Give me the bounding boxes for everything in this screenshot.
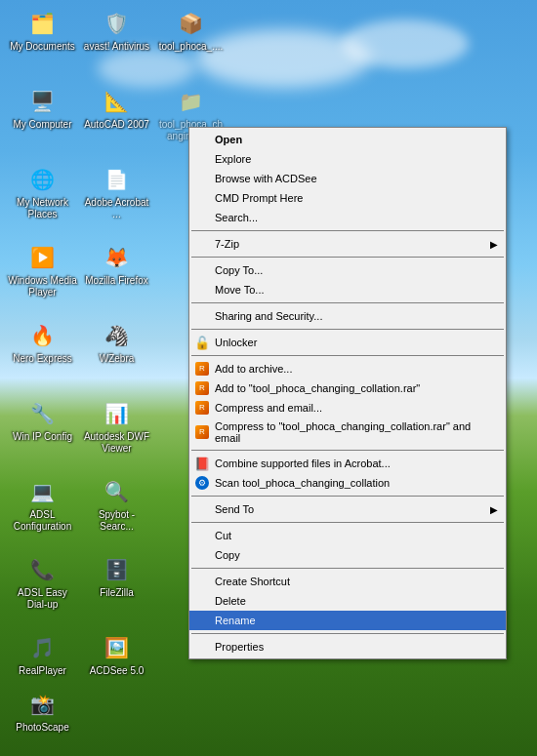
icon-my-computer[interactable]: 🖥️ My Computer <box>6 84 79 133</box>
scan-icon: ⚙ <box>193 474 211 492</box>
desktop-icons-area: 🗂️ My Documents 🛡️ avast! Antivirus 📦 to… <box>0 0 156 16</box>
icon-realplayer[interactable]: 🎵 RealPlayer <box>6 630 79 679</box>
menu-item-7zip[interactable]: 7-Zip ▶ <box>189 234 506 254</box>
menu-item-compress-rar-email[interactable]: R Compress to "tool_phoca_changing_colla… <box>189 418 506 447</box>
icon-network-places[interactable]: 🌐 My Network Places <box>6 162 79 222</box>
menu-item-explore[interactable]: Explore <box>189 149 506 169</box>
menu-item-add-to-rar[interactable]: R Add to "tool_phoca_changing_collation.… <box>189 378 506 398</box>
separator-10 <box>191 633 504 634</box>
icon-filezilla[interactable]: 🗄️ FileZilla <box>80 552 153 601</box>
context-menu: Open Explore Browse with ACDSee CMD Prom… <box>188 127 507 659</box>
separator-9 <box>191 568 504 569</box>
unlocker-icon: 🔓 <box>193 334 211 351</box>
menu-item-open[interactable]: Open <box>189 130 506 149</box>
rar-icon-4: R <box>193 423 211 441</box>
rar-icon-3: R <box>193 399 211 417</box>
separator-6 <box>191 450 504 451</box>
icon-autocad[interactable]: 📐 AutoCAD 2007 <box>80 84 153 133</box>
menu-item-search[interactable]: Search... <box>189 208 506 227</box>
icon-my-documents[interactable]: 🗂️ My Documents <box>6 6 79 55</box>
menu-item-copy[interactable]: Copy <box>189 545 506 565</box>
separator-8 <box>191 522 504 523</box>
icon-firefox[interactable]: 🦊 Mozilla Firefox <box>80 240 153 289</box>
menu-item-cmd-prompt[interactable]: CMD Prompt Here <box>189 188 506 208</box>
menu-item-scan[interactable]: ⚙ Scan tool_phoca_changing_collation <box>189 473 506 493</box>
separator-5 <box>191 355 504 356</box>
icon-tool-phoca[interactable]: 📦 tool_phoca_.... <box>154 6 227 55</box>
acrobat-icon: 📕 <box>193 455 211 472</box>
icon-win-ip-config[interactable]: 🔧 Win IP Config <box>6 396 79 445</box>
menu-item-copy-to[interactable]: Copy To... <box>189 260 506 280</box>
menu-item-rename[interactable]: Rename <box>189 611 506 630</box>
separator-1 <box>191 230 504 231</box>
icon-autodesk-dwf[interactable]: 📊 Autodesk DWF Viewer <box>80 396 153 457</box>
icon-acdsee[interactable]: 🖼️ ACDSee 5.0 <box>80 630 153 679</box>
separator-4 <box>191 329 504 330</box>
icon-photoscape[interactable]: 📸 PhotoScape <box>6 687 79 736</box>
icon-windows-media[interactable]: ▶️ Windows Media Player <box>6 240 79 300</box>
icon-nero[interactable]: 🔥 Nero Express <box>6 318 79 367</box>
arrow-icon-7zip: ▶ <box>490 239 498 250</box>
icon-adobe-acrobat[interactable]: 📄 Adobe Acrobat ... <box>80 162 153 222</box>
menu-item-add-archive[interactable]: R Add to archive... <box>189 359 506 378</box>
desktop: 🗂️ My Documents 🛡️ avast! Antivirus 📦 to… <box>0 0 537 756</box>
menu-item-browse-acdsee[interactable]: Browse with ACDSee <box>189 169 506 188</box>
icon-adsl-config[interactable]: 💻 ADSL Configuration <box>6 474 79 535</box>
menu-item-combine-acrobat[interactable]: 📕 Combine supported files in Acrobat... <box>189 454 506 473</box>
menu-item-compress-email[interactable]: R Compress and email... <box>189 398 506 418</box>
menu-item-create-shortcut[interactable]: Create Shortcut <box>189 572 506 591</box>
icon-wzebra[interactable]: 🦓 WZebra <box>80 318 153 367</box>
menu-item-properties[interactable]: Properties <box>189 637 506 657</box>
menu-item-send-to[interactable]: Send To ▶ <box>189 499 506 519</box>
separator-7 <box>191 496 504 497</box>
menu-item-delete[interactable]: Delete <box>189 591 506 611</box>
menu-item-sharing-security[interactable]: Sharing and Security... <box>189 306 506 326</box>
icon-avast[interactable]: 🛡️ avast! Antivirus <box>80 6 153 55</box>
rar-icon-2: R <box>193 379 211 397</box>
rar-icon-1: R <box>193 360 211 378</box>
separator-3 <box>191 302 504 303</box>
menu-item-cut[interactable]: Cut <box>189 526 506 545</box>
arrow-icon-send-to: ▶ <box>490 504 498 515</box>
menu-item-move-to[interactable]: Move To... <box>189 280 506 299</box>
icon-spybot[interactable]: 🔍 Spybot - Searc... <box>80 474 153 535</box>
separator-2 <box>191 257 504 258</box>
menu-item-unlocker[interactable]: 🔓 Unlocker <box>189 333 506 352</box>
icon-adsl-easy[interactable]: 📞 ADSL Easy Dial-up <box>6 552 79 613</box>
